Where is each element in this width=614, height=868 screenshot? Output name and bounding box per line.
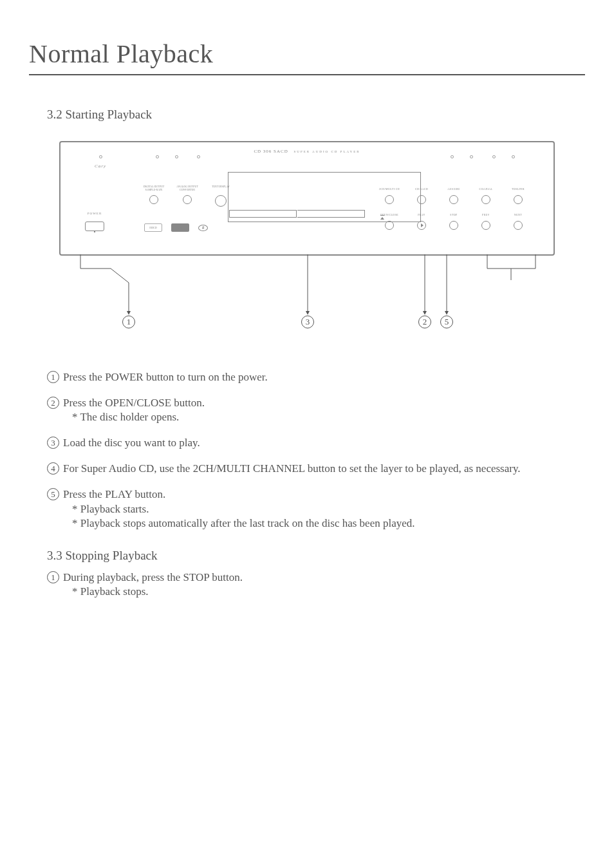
step-text: Load the disc you want to play. (63, 436, 572, 450)
step-number-icon: 4 (47, 462, 59, 475)
step-text: Press the PLAY button. (63, 487, 572, 502)
power-button (85, 222, 104, 231)
step-number-icon: 5 (47, 488, 59, 500)
screw-icon (470, 155, 473, 158)
coaxial-label: COAXIAL (475, 187, 497, 193)
product-title: CD 306 SACD SUPER AUDIO CD PLAYER (60, 149, 554, 154)
stop-button (449, 221, 458, 230)
callout-5: 5 (440, 316, 453, 328)
text-display-button (215, 195, 227, 207)
callout-3: 3 (301, 316, 314, 328)
step-text: During playback, press the STOP button. (63, 571, 572, 585)
product-subtitle: SUPER AUDIO CD PLAYER (294, 150, 360, 153)
section-3-3-heading: 3.3 Stopping Playback (47, 549, 585, 563)
screw-icon (175, 155, 178, 158)
step-text: Press the OPEN/CLOSE button. (63, 396, 572, 410)
screw-icon (99, 155, 102, 158)
disc-tray-left (229, 210, 297, 218)
callout-1: 1 (122, 316, 135, 328)
right-bottom-button-group: OPEN/CLOSE PLAY STOP PREV NEXT (378, 213, 529, 230)
multich-label: 2CH/MULTI CH (378, 187, 400, 193)
power-area: POWER (85, 212, 104, 231)
openclose-button (385, 221, 394, 230)
product-name: CD 306 SACD (254, 149, 288, 154)
screw-icon (451, 155, 454, 158)
step-text: Press the POWER button to turn on the po… (63, 370, 572, 384)
digital-output-label: DIGITAL OUTPUT SAMPLE-RATE (143, 185, 165, 193)
instructions-3-2: 1 Press the POWER button to turn on the … (47, 370, 572, 531)
right-top-button-group: 2CH/MULTI CH CD/SACD AES/EBU COAXIAL TOS… (378, 187, 529, 204)
multich-button (385, 195, 394, 204)
cdsacd-label: CD/SACD (411, 187, 433, 193)
toslink-button (514, 195, 523, 204)
cdsacd-button (417, 195, 426, 204)
step-number-icon: 1 (47, 571, 59, 583)
digital-output-button (149, 195, 158, 204)
step-body: For Super Audio CD, use the 2CH/MULTI CH… (63, 462, 572, 476)
device-diagram: CD 306 SACD SUPER AUDIO CD PLAYER Cary P… (59, 141, 555, 332)
play-button (417, 221, 426, 230)
step-item: 5 Press the PLAY button. * Playback star… (47, 487, 572, 530)
dts-logo: dts (171, 223, 189, 232)
step-body: Press the OPEN/CLOSE button. * The disc … (63, 396, 572, 424)
format-logos: HDCD dts ⇄ (144, 223, 208, 232)
step-sub: * The disc holder opens. (72, 410, 572, 424)
step-body: Load the disc you want to play. (63, 436, 572, 450)
step-sub: * Playback stops. (72, 585, 572, 599)
next-button (514, 221, 523, 230)
callout-lines: 1 3 2 5 (59, 254, 555, 332)
step-text: For Super Audio CD, use the 2CH/MULTI CH… (63, 462, 572, 476)
hdcd-logo: HDCD (144, 223, 162, 232)
page-title: Normal Playback (29, 39, 585, 75)
aesebu-button (449, 195, 458, 204)
power-label: POWER (85, 212, 104, 215)
step-sub: * Playback starts. (72, 502, 572, 516)
analog-output-label: ANALOG OUTPUT CONVERTER (176, 185, 198, 193)
step-number-icon: 3 (47, 437, 59, 449)
step-number-icon: 2 (47, 397, 59, 409)
screw-icon (156, 155, 159, 158)
step-body: Press the POWER button to turn on the po… (63, 370, 572, 384)
screw-icon (512, 155, 515, 158)
analog-output-button (183, 195, 192, 204)
format-icon: ⇄ (198, 225, 208, 231)
section-3-2-heading: 3.2 Starting Playback (47, 108, 585, 122)
step-item: 1 Press the POWER button to turn on the … (47, 370, 572, 384)
step-item: 4 For Super Audio CD, use the 2CH/MULTI … (47, 462, 572, 476)
brand-logo: Cary (86, 164, 115, 173)
next-label: NEXT (507, 213, 529, 218)
front-panel: CD 306 SACD SUPER AUDIO CD PLAYER Cary P… (59, 141, 555, 256)
play-label: PLAY (411, 213, 433, 218)
step-item: 1 During playback, press the STOP button… (47, 571, 572, 599)
step-sub: * Playback stops automatically after the… (72, 516, 572, 531)
prev-button (481, 221, 490, 230)
screw-icon (197, 155, 200, 158)
callout-2: 2 (418, 316, 431, 328)
stop-label: STOP (443, 213, 465, 218)
step-body: Press the PLAY button. * Playback starts… (63, 487, 572, 530)
screw-icon (492, 155, 496, 158)
toslink-label: TOSLINK (507, 187, 529, 193)
step-number-icon: 1 (47, 371, 59, 383)
prev-label: PREV (475, 213, 497, 218)
coaxial-button (481, 195, 490, 204)
instructions-3-3: 1 During playback, press the STOP button… (47, 571, 572, 599)
step-item: 3 Load the disc you want to play. (47, 436, 572, 450)
disc-tray-right (297, 210, 365, 218)
step-item: 2 Press the OPEN/CLOSE button. * The dis… (47, 396, 572, 424)
settings-button-group: DIGITAL OUTPUT SAMPLE-RATE ANALOG OUTPUT… (143, 185, 232, 207)
aesebu-label: AES/EBU (443, 187, 465, 193)
step-body: During playback, press the STOP button. … (63, 571, 572, 599)
